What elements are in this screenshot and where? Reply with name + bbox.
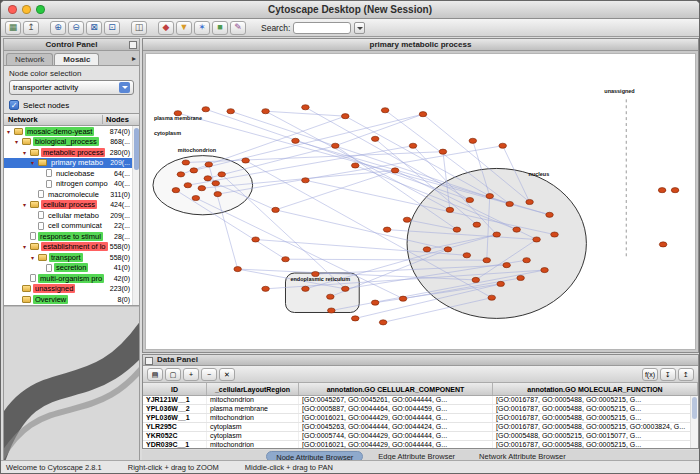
- panel-tab-mosaic[interactable]: Mosaic: [54, 53, 99, 65]
- network-node[interactable]: [444, 247, 452, 252]
- network-node[interactable]: [486, 194, 494, 199]
- network-node[interactable]: [483, 258, 491, 263]
- network-node[interactable]: [513, 227, 521, 232]
- tree-row[interactable]: nitrogen compo40(...: [4, 179, 139, 190]
- search-options-icon[interactable]: [354, 22, 365, 34]
- select-attributes-icon[interactable]: ▤: [147, 368, 163, 381]
- network-node[interactable]: [541, 268, 549, 273]
- tree-row[interactable]: ▾biological_process868(...: [4, 137, 139, 148]
- tree-row[interactable]: ▾cellular process424(...: [4, 200, 139, 211]
- network-node[interactable]: [252, 237, 260, 242]
- panel-tab-network[interactable]: Network: [6, 53, 53, 65]
- network-node[interactable]: [526, 199, 534, 204]
- plugins-icon[interactable]: ■: [212, 21, 228, 35]
- tab-scroll-right-icon[interactable]: ▸: [129, 54, 139, 65]
- network-node[interactable]: [409, 143, 417, 148]
- layout-icon[interactable]: ✶: [194, 21, 210, 35]
- minimize-window-button[interactable]: [22, 5, 31, 14]
- tree-row[interactable]: unassigned223(0): [4, 284, 139, 295]
- network-node[interactable]: [214, 192, 222, 197]
- table-header-cellularlayoutregion[interactable]: _cellularLayoutRegion: [207, 383, 299, 395]
- vizmapper-icon[interactable]: ◆: [158, 21, 174, 35]
- tree-row[interactable]: ▾metabolic process280(0): [4, 147, 139, 158]
- network-node[interactable]: [391, 168, 399, 173]
- filter-icon[interactable]: ▼: [176, 21, 192, 35]
- network-node[interactable]: [341, 114, 349, 119]
- tree-row[interactable]: Overview8(0): [4, 294, 139, 305]
- tree-row[interactable]: cell communicat22(...: [4, 221, 139, 232]
- table-row[interactable]: YJR121W__1mitochondrion[GO:0045267, GO:0…: [143, 396, 698, 405]
- import-network-icon[interactable]: ↥: [23, 21, 39, 35]
- network-node[interactable]: [205, 162, 213, 167]
- table-row[interactable]: YLR295Ccytoplasm[GO:0045263, GO:0044444,…: [143, 423, 698, 432]
- network-node[interactable]: [204, 176, 212, 181]
- open-session-icon[interactable]: ▦: [5, 21, 21, 35]
- network-node[interactable]: [351, 316, 359, 321]
- network-node[interactable]: [262, 286, 270, 291]
- expander-icon[interactable]: ▾: [15, 138, 22, 145]
- table-scrollbar[interactable]: [690, 396, 698, 448]
- table-header-id[interactable]: ID: [143, 383, 207, 395]
- network-node[interactable]: [499, 143, 507, 148]
- expander-icon[interactable]: ▾: [23, 149, 30, 156]
- tree-row[interactable]: multi-organism pro42(0): [4, 273, 139, 284]
- network-node[interactable]: [383, 227, 391, 232]
- tree-row[interactable]: ▾primary metabo209(...: [4, 158, 139, 169]
- network-node[interactable]: [403, 217, 411, 222]
- network-node[interactable]: [302, 286, 310, 291]
- network-node[interactable]: [234, 267, 242, 272]
- network-node[interactable]: [497, 281, 505, 286]
- table-row[interactable]: YPL036W__1mitochondrion[GO:0016021, GO:0…: [143, 414, 698, 423]
- function-builder-icon[interactable]: f(x): [642, 368, 658, 381]
- network-node[interactable]: [473, 222, 481, 227]
- tree-row[interactable]: response to stimul28(...: [4, 231, 139, 242]
- import-attributes-icon[interactable]: ↧: [660, 368, 676, 381]
- tree-row[interactable]: ▾transport558(0): [4, 252, 139, 263]
- network-node[interactable]: [190, 168, 198, 173]
- network-node[interactable]: [282, 257, 290, 262]
- network-node[interactable]: [658, 188, 666, 193]
- network-node[interactable]: [262, 109, 270, 114]
- network-node[interactable]: [212, 181, 220, 186]
- network-node[interactable]: [328, 308, 336, 313]
- snapshot-icon[interactable]: ◫: [131, 21, 147, 35]
- network-node[interactable]: [192, 195, 200, 200]
- network-node[interactable]: [439, 149, 447, 154]
- annotation-icon[interactable]: ✎: [230, 21, 246, 35]
- tree-scrollbar[interactable]: [132, 126, 139, 305]
- clear-attribute-icon[interactable]: ✕: [219, 368, 235, 381]
- color-attribute-select[interactable]: transporter activity: [9, 80, 134, 95]
- network-node[interactable]: [218, 172, 226, 177]
- network-node[interactable]: [399, 296, 407, 301]
- tree-row[interactable]: ▾mosaic-demo-yeast874(0): [4, 126, 139, 137]
- new-attribute-icon[interactable]: +: [183, 368, 199, 381]
- float-data-panel-icon[interactable]: [145, 357, 153, 365]
- network-node[interactable]: [671, 188, 679, 193]
- unselect-attributes-icon[interactable]: ▢: [165, 368, 181, 381]
- network-node[interactable]: [469, 138, 477, 143]
- network-canvas[interactable]: mitochondrionnucleusendoplasmic reticulu…: [145, 53, 696, 350]
- network-node[interactable]: [506, 201, 514, 206]
- network-node[interactable]: [523, 258, 531, 263]
- zoom-window-button[interactable]: [36, 5, 45, 14]
- network-node[interactable]: [341, 286, 349, 291]
- network-node[interactable]: [371, 136, 379, 141]
- select-nodes-checkbox[interactable]: ✓: [9, 100, 19, 110]
- network-node[interactable]: [227, 109, 235, 114]
- tree-row[interactable]: secretion41(0): [4, 263, 139, 274]
- network-node[interactable]: [659, 242, 667, 247]
- table-header-annotation-go-molecular-function[interactable]: annotation.GO MOLECULAR_FUNCTION: [493, 383, 698, 395]
- network-node[interactable]: [242, 158, 250, 163]
- table-scrollbar-thumb[interactable]: [692, 397, 697, 419]
- close-window-button[interactable]: [8, 5, 17, 14]
- network-node[interactable]: [202, 107, 210, 112]
- network-node[interactable]: [332, 143, 340, 148]
- zoom-out-icon[interactable]: ⊖: [68, 21, 84, 35]
- expander-icon[interactable]: ▾: [7, 128, 14, 135]
- network-node[interactable]: [272, 207, 280, 212]
- expander-icon[interactable]: ▾: [23, 201, 30, 208]
- network-node[interactable]: [381, 108, 389, 113]
- search-input[interactable]: [293, 22, 351, 34]
- network-node[interactable]: [177, 172, 185, 177]
- network-node[interactable]: [198, 186, 206, 191]
